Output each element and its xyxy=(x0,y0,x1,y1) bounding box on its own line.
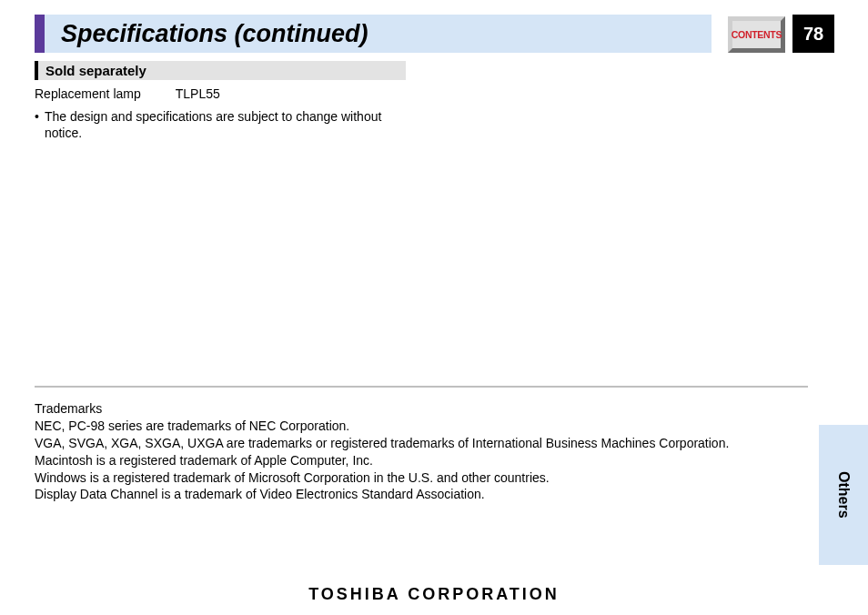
design-note-text: The design and specifications are subjec… xyxy=(45,109,408,141)
page-number-value: 78 xyxy=(803,24,823,45)
design-note: • The design and specifications are subj… xyxy=(35,109,408,141)
trademarks-line: Windows is a registered trademark of Mic… xyxy=(35,469,808,487)
page-number-badge: 78 xyxy=(792,15,834,53)
side-tab-others[interactable]: Others xyxy=(819,425,868,565)
trademarks-line: Display Data Channel is a trademark of V… xyxy=(35,486,808,503)
trademarks-line: VGA, SVGA, XGA, SXGA, UXGA are trademark… xyxy=(35,435,808,452)
spec-item-label: Replacement lamp xyxy=(35,86,141,101)
header-bar: Specifications (continued) xyxy=(35,15,712,53)
manual-page: Specifications (continued) CONTENTS 78 S… xyxy=(0,0,868,615)
side-tab-label: Others xyxy=(835,471,852,519)
bullet-icon: • xyxy=(35,109,39,141)
header-accent xyxy=(35,15,45,53)
contents-button[interactable]: CONTENTS xyxy=(728,16,785,53)
contents-button-label: CONTENTS xyxy=(732,29,782,40)
footer-brand-text: TOSHIBA CORPORATION xyxy=(308,585,560,603)
section-divider xyxy=(35,386,808,388)
trademarks-heading: Trademarks xyxy=(35,400,808,418)
page-title: Specifications (continued) xyxy=(61,20,368,48)
section-heading-text: Sold separately xyxy=(45,63,146,78)
footer-brand: TOSHIBA CORPORATION xyxy=(0,585,868,604)
spec-row: Replacement lamp TLPL55 xyxy=(35,86,220,101)
spec-item-value: TLPL55 xyxy=(176,86,220,101)
section-heading: Sold separately xyxy=(35,61,406,80)
trademarks-line: Macintosh is a registered trademark of A… xyxy=(35,452,808,469)
trademarks-line: NEC, PC-98 series are trademarks of NEC … xyxy=(35,418,808,435)
trademarks-block: Trademarks NEC, PC-98 series are tradema… xyxy=(35,400,808,503)
